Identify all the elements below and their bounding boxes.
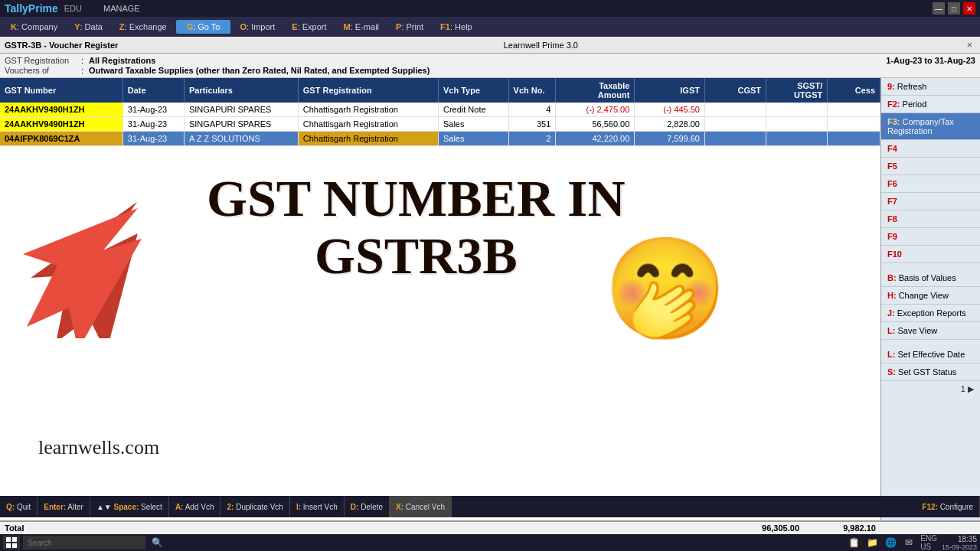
- rp-change-view[interactable]: H: Change View: [881, 287, 980, 305]
- taskbar-icon-2[interactable]: 📁: [865, 536, 879, 549]
- cell-particulars: SINGAPURI SPARES: [184, 117, 298, 132]
- minimize-button[interactable]: —: [933, 2, 945, 15]
- vouchers-filter: Vouchers of : Outward Taxable Supplies (…: [5, 66, 975, 75]
- sb-insert[interactable]: I: Insert Vch: [290, 496, 345, 517]
- menu-import[interactable]: O: Import: [232, 20, 283, 34]
- gst-reg-label: GST Registration: [5, 56, 81, 65]
- sb-configure[interactable]: F12: Configure: [916, 496, 980, 517]
- menu-help[interactable]: F1: Help: [433, 20, 480, 34]
- col-vch-no: Vch No.: [508, 78, 556, 103]
- cell-vch-no: 2: [508, 132, 556, 146]
- rp-exception-reports[interactable]: J: Exception Reports: [881, 305, 980, 322]
- cell-cess: [828, 132, 880, 146]
- cell-taxable: 56,560.00: [556, 117, 635, 132]
- cell-date: 31-Aug-23: [122, 103, 184, 117]
- taskbar-right: 📋 📁 🌐 ✉ ENGUS 18:35 15-09-2023: [847, 534, 977, 551]
- emoji-decoration: 🤭: [603, 239, 727, 338]
- sb-cancel[interactable]: X: Cancel Vch: [390, 496, 452, 517]
- sb-duplicate[interactable]: 2: Duplicate Vch: [220, 496, 289, 517]
- taskbar: 🔍 📋 📁 🌐 ✉ ENGUS 18:35 15-09-2023: [0, 534, 980, 551]
- cell-vch-type: Sales: [438, 132, 508, 146]
- cell-gst-reg: Chhattisgarh Registration: [298, 117, 438, 132]
- window-controls: — □ ✕: [933, 2, 975, 15]
- search-input[interactable]: [23, 536, 145, 549]
- menu-data[interactable]: Y: Data: [67, 20, 110, 34]
- status-bar: Q: Quit Enter: Alter ▲▼ Space: Select A:…: [0, 496, 980, 517]
- cell-date: 31-Aug-23: [122, 132, 184, 146]
- sb-add-vch[interactable]: A: Add Vch: [169, 496, 221, 517]
- col-date: Date: [122, 78, 184, 103]
- table-row[interactable]: 24AAKHV9490H1ZH 31-Aug-23 SINGAPURI SPAR…: [0, 103, 880, 117]
- watermark: learnwells.com: [38, 436, 159, 459]
- sb-select[interactable]: ▲▼ Space: Select: [90, 496, 169, 517]
- svg-marker-0: [19, 202, 168, 338]
- col-vch-type: Vch Type: [438, 78, 508, 103]
- menu-print[interactable]: P: Print: [388, 20, 431, 34]
- sb-alter[interactable]: Enter: Alter: [38, 496, 90, 517]
- rp-f4[interactable]: F4: [881, 140, 980, 158]
- rp-f8[interactable]: F8: [881, 210, 980, 228]
- taskbar-icon-3[interactable]: 🌐: [884, 536, 897, 549]
- cell-gst: 04AIFPK8069C1ZA: [0, 132, 122, 146]
- rp-f7[interactable]: F7: [881, 193, 980, 210]
- close-button[interactable]: ✕: [963, 2, 975, 15]
- overlay-big-text: GST NUMBER IN GSTR3B: [207, 170, 626, 285]
- date-range: 1-Aug-23 to 31-Aug-23: [886, 56, 975, 65]
- cell-cgst: [704, 132, 766, 146]
- cell-taxable: 42,220.00: [556, 132, 635, 146]
- cell-vch-no: 351: [508, 117, 556, 132]
- start-button[interactable]: [3, 536, 20, 549]
- title-bar: TallyPrime EDU MANAGE — □ ✕: [0, 0, 980, 17]
- menu-email[interactable]: M: E-mail: [336, 20, 387, 34]
- rp-f9[interactable]: F9: [881, 228, 980, 246]
- col-sgst: SGST/UTGST: [766, 78, 828, 103]
- window-close-button[interactable]: ×: [963, 39, 975, 51]
- table-row[interactable]: 24AAKHV9490H1ZH 31-Aug-23 SINGAPURI SPAR…: [0, 117, 880, 132]
- col-gst-reg: GST Registration: [298, 78, 438, 103]
- app-sub: EDU: [64, 4, 82, 13]
- total-bar: Total 96,305.00 9,982.10: [0, 520, 980, 534]
- menu-export[interactable]: E: Export: [284, 20, 334, 34]
- cell-igst: 7,599.60: [635, 132, 705, 146]
- cell-sgst: [766, 132, 828, 146]
- cell-date: 31-Aug-23: [122, 117, 184, 132]
- sb-delete[interactable]: D: Delete: [345, 496, 390, 517]
- content-header: GSTR-3B - Voucher Register Learnwell Pri…: [0, 37, 980, 54]
- rp-period[interactable]: F2: Period: [881, 96, 980, 113]
- cell-cgst: [704, 117, 766, 132]
- menu-exchange[interactable]: Z: Exchange: [112, 20, 175, 34]
- taskbar-icon-1[interactable]: 📋: [847, 536, 861, 549]
- sb-quit[interactable]: Q: Quit: [0, 496, 38, 517]
- gst-reg-filter: GST Registration : All Registrations 1-A…: [5, 56, 975, 65]
- overlay: GST NUMBER IN GSTR3B 🤭 learnwells.com: [0, 132, 880, 482]
- cell-vch-type: Credit Note: [438, 103, 508, 117]
- col-cgst: CGST: [704, 78, 766, 103]
- rp-f6[interactable]: F6: [881, 175, 980, 193]
- rp-basis-values[interactable]: B: Basis of Values: [881, 269, 980, 287]
- rp-set-gst-status[interactable]: S: Set GST Status: [881, 364, 980, 381]
- taskbar-icon-4[interactable]: ✉: [902, 536, 916, 549]
- rp-set-effective-date[interactable]: L: Set Effective Date: [881, 346, 980, 364]
- maximize-button[interactable]: □: [948, 2, 960, 15]
- menu-company[interactable]: K: Company: [3, 20, 65, 34]
- manage-button[interactable]: MANAGE: [103, 4, 140, 13]
- rp-company-tax[interactable]: F3: Company/TaxRegistration: [881, 113, 980, 140]
- goto-button[interactable]: G: Go To: [176, 20, 231, 34]
- col-particulars: Particulars: [184, 78, 298, 103]
- rp-f10[interactable]: F10: [881, 246, 980, 263]
- cell-gst: 24AAKHV9490H1ZH: [0, 117, 122, 132]
- table-row[interactable]: 04AIFPK8069C1ZA 31-Aug-23 A Z Z SOLUTION…: [0, 132, 880, 146]
- cell-igst: (-) 445.50: [635, 103, 705, 117]
- col-gst-number: GST Number: [0, 78, 122, 103]
- rp-save-view[interactable]: L: Save View: [881, 322, 980, 340]
- rp-pagination[interactable]: 1 ▶: [881, 381, 980, 397]
- locale: ENGUS: [920, 534, 937, 551]
- filter-bar: GST Registration : All Registrations 1-A…: [0, 54, 980, 78]
- window-title: GSTR-3B - Voucher Register: [5, 41, 118, 50]
- rp-refresh[interactable]: 9: Refresh: [881, 78, 980, 96]
- rp-f5[interactable]: F5: [881, 158, 980, 175]
- col-igst: IGST: [635, 78, 705, 103]
- svg-rect-4: [6, 543, 11, 548]
- taskbar-left: 🔍: [3, 536, 163, 549]
- app-name: TallyPrime: [5, 2, 58, 15]
